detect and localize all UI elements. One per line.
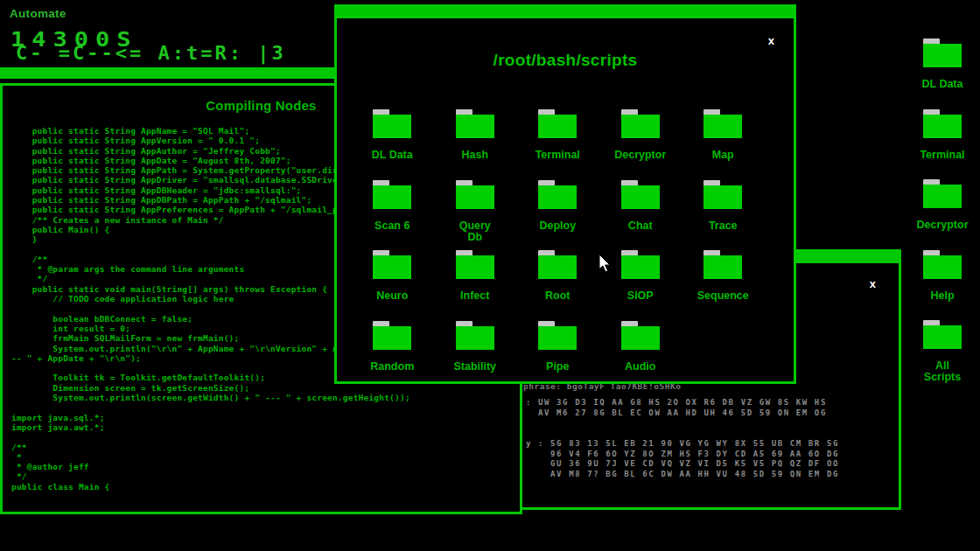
folder-label: Query Db xyxy=(459,220,491,243)
desktop-folder-dl-data[interactable]: DL Data xyxy=(905,38,980,109)
folder-label: Help xyxy=(930,290,954,302)
folder-label: Terminal xyxy=(920,150,964,161)
folder-icon xyxy=(538,109,577,138)
folder-item-pipe[interactable]: Pipe xyxy=(516,321,598,392)
file-manager-titlebar[interactable] xyxy=(337,7,794,18)
folder-item-scan-6[interactable]: Scan 6 xyxy=(351,180,433,251)
folder-item-dl-data[interactable]: DL Data xyxy=(351,109,433,180)
folder-icon xyxy=(621,250,660,279)
desktop-green-bar xyxy=(0,67,334,79)
folder-icon xyxy=(373,321,411,350)
folder-icon xyxy=(373,180,411,209)
folder-label: DL Data xyxy=(372,150,413,161)
folder-item-map[interactable]: Map xyxy=(682,109,764,180)
folder-label: Infect xyxy=(460,290,489,302)
folder-item-infect[interactable]: Infect xyxy=(434,250,516,321)
folder-icon xyxy=(704,109,742,138)
folder-item-sequence[interactable]: Sequence xyxy=(682,250,764,321)
folder-label: DL Data xyxy=(921,79,962,90)
hex-dump-block-1: : UW 3G D3 IQ AA G8 HS 2O OX R6 DB VZ GW… xyxy=(526,398,827,418)
folder-item-decryptor[interactable]: Decryptor xyxy=(599,109,682,180)
folder-label: Terminal xyxy=(536,150,580,161)
folder-item-audio[interactable]: Audio xyxy=(599,321,682,392)
folder-icon xyxy=(704,250,742,279)
desktop-folder-column: DL Data Terminal Decryptor Help All Scri… xyxy=(905,38,980,391)
folder-icon xyxy=(538,180,577,209)
folder-label: Deploy xyxy=(539,220,576,232)
folder-icon xyxy=(704,180,742,209)
desktop-folder-decryptor[interactable]: Decryptor xyxy=(905,179,980,250)
folder-icon xyxy=(923,250,962,279)
folder-label: Sequence xyxy=(697,290,749,302)
folder-label: Audio xyxy=(625,361,655,373)
folder-label: SIOP xyxy=(627,290,654,302)
folder-item-hash[interactable]: Hash xyxy=(434,109,516,180)
folder-item-trace[interactable]: Trace xyxy=(682,180,764,251)
desktop-folder-help[interactable]: Help xyxy=(905,250,980,321)
folder-label: Root xyxy=(545,290,570,302)
folder-item-stability[interactable]: Stability xyxy=(434,321,516,392)
folder-icon xyxy=(456,180,494,209)
close-icon[interactable]: x xyxy=(768,35,774,46)
folder-icon xyxy=(373,109,411,138)
folder-label: Stability xyxy=(453,361,496,373)
folder-label: Scan 6 xyxy=(374,220,410,232)
folder-icon xyxy=(538,321,577,350)
folder-item-deploy[interactable]: Deploy xyxy=(516,180,598,251)
folder-icon xyxy=(923,109,962,138)
desktop-folder-all-scripts[interactable]: All Scripts xyxy=(905,320,980,391)
folder-label: Pipe xyxy=(546,361,569,373)
folder-item-random[interactable]: Random xyxy=(351,321,433,392)
folder-item-chat[interactable]: Chat xyxy=(599,180,682,251)
folder-label: Decryptor xyxy=(916,220,968,231)
folder-icon xyxy=(923,38,962,67)
folder-label: Chat xyxy=(628,220,653,232)
hex-dump-block-2: y : 5G 83 13 5L EB 21 90 VG YG WY 8X 55 … xyxy=(526,439,839,479)
desktop: Automate 14300S C- =C--<= A:t=R: |3 DL D… xyxy=(0,0,980,551)
folder-label: Random xyxy=(370,361,414,373)
folder-icon xyxy=(621,109,660,138)
folder-label: Neuro xyxy=(376,290,408,302)
folder-icon xyxy=(456,250,494,279)
folder-label: Map xyxy=(712,150,734,161)
folder-icon xyxy=(373,250,411,279)
folder-icon xyxy=(456,109,494,138)
folder-item-root[interactable]: Root xyxy=(516,250,598,321)
folder-icon xyxy=(923,320,962,349)
folder-icon xyxy=(538,250,577,279)
folder-grid: DL Data Hash Terminal Decryptor Map Scan… xyxy=(351,109,765,391)
automate-menu[interactable]: Automate xyxy=(10,7,66,20)
folder-label: Decryptor xyxy=(614,150,666,161)
folder-label: Trace xyxy=(709,220,738,232)
folder-item-neuro[interactable]: Neuro xyxy=(351,250,433,321)
desktop-folder-terminal[interactable]: Terminal xyxy=(905,109,980,180)
folder-item-terminal[interactable]: Terminal xyxy=(516,109,598,180)
folder-label: Hash xyxy=(461,150,488,161)
folder-icon xyxy=(456,321,494,350)
folder-item-query-db[interactable]: Query Db xyxy=(434,180,516,251)
folder-label: All Scripts xyxy=(924,360,961,383)
folder-icon xyxy=(621,321,660,350)
folder-icon xyxy=(923,179,962,208)
file-manager-window: x /root/bash/scripts DL Data Hash Termin… xyxy=(334,4,796,384)
folder-icon xyxy=(621,180,660,209)
mouse-cursor-icon xyxy=(598,255,612,273)
close-icon[interactable]: x xyxy=(870,278,876,289)
file-manager-path-title: /root/bash/scripts xyxy=(337,51,794,70)
glitch-clock-line2: C- =C--<= A:t=R: |3 xyxy=(16,45,286,63)
